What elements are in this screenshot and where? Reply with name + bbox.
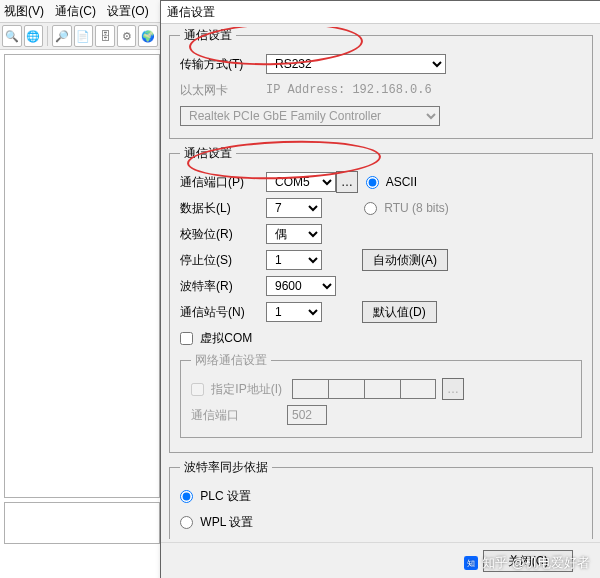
netport-input [287,405,327,425]
watermark: 知 知乎 @机电爱好者 [464,554,590,572]
group-network-legend: 网络通信设置 [191,352,271,369]
group-connection: 通信设置 传输方式(T) RS232 以太网卡 IP Address: 192.… [169,27,593,139]
group-baud-sync: 波特率同步依据 PLC 设置 WPL 设置 [169,459,593,539]
station-select[interactable]: 1 [266,302,322,322]
port-select[interactable]: COM5 [266,172,336,192]
ip-browse-button: … [442,378,464,400]
rtu-radio[interactable] [364,202,377,215]
toolbar-separator [47,26,48,46]
autodetect-button[interactable]: 自动侦测(A) [362,249,448,271]
transfer-label: 传输方式(T) [180,56,266,73]
len-label: 数据长(L) [180,200,266,217]
netport-label: 通信端口 [191,407,287,424]
plc-option[interactable]: PLC 设置 [180,488,251,505]
menu-setup[interactable]: 设置(O) [107,4,148,18]
svg-text:知: 知 [467,559,475,568]
zhihu-icon: 知 [464,556,478,570]
parity-select[interactable]: 偶 [266,224,322,244]
group-baud-sync-legend: 波特率同步依据 [180,459,272,476]
ascii-option[interactable]: ASCII [366,175,417,189]
transfer-select[interactable]: RS232 [266,54,446,74]
station-label: 通信站号(N) [180,304,266,321]
tool-gear-icon[interactable]: ⚙ [117,25,137,47]
dialog-title: 通信设置 [161,1,600,24]
tool-zoom-icon[interactable]: 🔍 [2,25,22,47]
app-status-panel [4,502,160,544]
nic-select: Realtek PCIe GbE Family Controller [180,106,440,126]
stop-label: 停止位(S) [180,252,266,269]
group-connection-legend: 通信设置 [180,27,236,44]
nic-label: 以太网卡 [180,82,266,99]
vcom-checkbox[interactable] [180,332,193,345]
len-select[interactable]: 7 [266,198,322,218]
baud-label: 波特率(R) [180,278,266,295]
app-workspace [4,54,160,498]
menubar: 视图(V) 通信(C) 设置(O) 向导 [0,0,160,23]
ascii-radio[interactable] [366,176,379,189]
port-browse-button[interactable]: … [336,171,358,193]
tool-globe-icon[interactable]: 🌍 [138,25,158,47]
stop-select[interactable]: 1 [266,250,322,270]
comm-settings-dialog: 通信设置 通信设置 传输方式(T) RS232 以太网卡 IP Address:… [160,0,600,578]
wpl-radio[interactable] [180,516,193,529]
ip-oct-1 [292,379,328,399]
ip-label: IP Address: 192.168.0.6 [266,83,432,97]
group-network: 网络通信设置 指定IP地址(I) … 通信 [180,352,582,438]
default-button[interactable]: 默认值(D) [362,301,437,323]
plc-radio[interactable] [180,490,193,503]
ip-checkbox [191,383,204,396]
group-serial-legend: 通信设置 [180,145,236,162]
ip-oct-4 [400,379,436,399]
toolbar: 🔍 🌐 🔎 📄 🗄 ⚙ 🌍 [0,23,160,50]
menu-view[interactable]: 视图(V) [4,4,44,18]
app-window: 视图(V) 通信(C) 设置(O) 向导 🔍 🌐 🔎 📄 🗄 ⚙ 🌍 [0,0,161,578]
ip-option: 指定IP地址(I) [191,381,282,398]
tool-page-icon[interactable]: 📄 [74,25,94,47]
wpl-option[interactable]: WPL 设置 [180,514,253,531]
port-label: 通信端口(P) [180,174,266,191]
tool-search-icon[interactable]: 🔎 [52,25,72,47]
rtu-option[interactable]: RTU (8 bits) [364,201,449,215]
ip-fields [292,379,436,399]
tool-db-icon[interactable]: 🗄 [95,25,115,47]
menu-comm[interactable]: 通信(C) [55,4,96,18]
tool-world-icon[interactable]: 🌐 [24,25,44,47]
vcom-option[interactable]: 虚拟COM [180,330,252,347]
baud-select[interactable]: 9600 [266,276,336,296]
parity-label: 校验位(R) [180,226,266,243]
group-serial: 通信设置 通信端口(P) COM5 … ASCII 数据长(L) 7 [169,145,593,453]
ip-oct-3 [364,379,400,399]
ip-oct-2 [328,379,364,399]
